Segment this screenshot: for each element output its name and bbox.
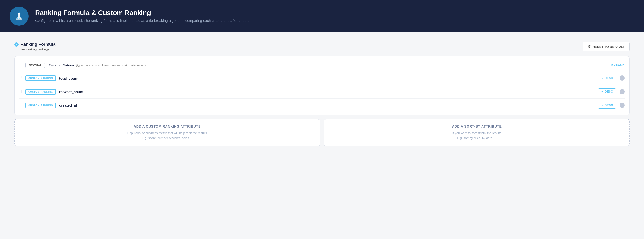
- attribute-label: retweet_count: [59, 90, 594, 94]
- desc-arrow-icon: ▼: [601, 77, 603, 80]
- svg-point-3: [19, 18, 20, 19]
- remove-button[interactable]: −: [620, 103, 625, 108]
- section-title: Ranking Formula: [20, 42, 56, 47]
- section-header: i Ranking Formula (tie-breaking ranking)…: [14, 42, 630, 51]
- custom-ranking-badge: CUSTOM RANKING: [26, 76, 56, 81]
- desc-button[interactable]: ▼ DESC: [598, 102, 616, 109]
- ranking-row: ⠿ CUSTOM RANKING total_count ▼ DESC −: [19, 71, 625, 85]
- ranking-row: ⠿ CUSTOM RANKING created_at ▼ DESC −: [19, 99, 625, 112]
- header-icon-wrapper: [10, 7, 28, 26]
- desc-label: DESC: [605, 104, 613, 107]
- svg-rect-1: [18, 13, 20, 14]
- desc-arrow-icon: ▼: [601, 104, 603, 107]
- page-description: Configure how hits are sorted. The ranki…: [35, 18, 251, 24]
- page-title: Ranking Formula & Custom Ranking: [35, 9, 251, 17]
- remove-button[interactable]: −: [620, 76, 625, 81]
- header-text-block: Ranking Formula & Custom Ranking Configu…: [35, 9, 251, 24]
- add-sort-by-desc: If you want to sort strictly the results…: [328, 131, 626, 141]
- attribute-label: created_at: [59, 103, 594, 107]
- drag-handle-icon[interactable]: ⠿: [19, 103, 22, 108]
- add-custom-ranking-button[interactable]: ADD A CUSTOM RANKING ATTRIBUTE Popularit…: [14, 119, 320, 146]
- add-sort-by-title: ADD A SORT-BY ATTRIBUTE: [328, 124, 626, 128]
- svg-point-5: [18, 12, 19, 13]
- remove-button[interactable]: −: [620, 89, 625, 94]
- custom-ranking-badge: CUSTOM RANKING: [26, 103, 56, 108]
- ranking-row: ⠿ TEXTUAL Ranking Criteria (typo, geo, w…: [19, 59, 625, 71]
- drag-handle-icon[interactable]: ⠿: [19, 63, 22, 68]
- drag-handle-icon[interactable]: ⠿: [19, 90, 22, 94]
- reset-icon: ↺: [588, 45, 591, 49]
- textual-badge: TEXTUAL: [26, 63, 45, 68]
- ranking-card: ⠿ TEXTUAL Ranking Criteria (typo, geo, w…: [14, 56, 630, 115]
- page-header: Ranking Formula & Custom Ranking Configu…: [0, 0, 644, 32]
- desc-label: DESC: [605, 90, 613, 93]
- info-icon: i: [14, 42, 18, 47]
- custom-ranking-badge: CUSTOM RANKING: [26, 89, 56, 95]
- add-custom-ranking-title: ADD A CUSTOM RANKING ATTRIBUTE: [18, 124, 316, 128]
- svg-point-7: [18, 12, 18, 12]
- desc-button[interactable]: ▼ DESC: [598, 88, 616, 95]
- attribute-label: total_count: [59, 76, 594, 80]
- add-sort-by-button[interactable]: ADD A SORT-BY ATTRIBUTE If you want to s…: [324, 119, 630, 146]
- reset-to-default-button[interactable]: ↺ RESET TO DEFAULT: [583, 42, 630, 51]
- drag-handle-icon[interactable]: ⠿: [19, 76, 22, 81]
- svg-point-4: [20, 17, 21, 18]
- flask-icon: [14, 11, 24, 22]
- expand-button[interactable]: EXPAND: [612, 64, 625, 67]
- main-content: i Ranking Formula (tie-breaking ranking)…: [0, 32, 644, 156]
- section-title-block: i Ranking Formula (tie-breaking ranking): [14, 42, 56, 51]
- section-title-row: i Ranking Formula: [14, 42, 56, 47]
- desc-button[interactable]: ▼ DESC: [598, 75, 616, 81]
- section-subtitle: (tie-breaking ranking): [20, 47, 56, 51]
- add-custom-ranking-desc: Popularity or business metric that will …: [18, 131, 316, 141]
- bottom-buttons: ADD A CUSTOM RANKING ATTRIBUTE Popularit…: [14, 119, 630, 146]
- svg-point-2: [17, 17, 18, 19]
- ranking-criteria-sub: (typo, geo, words, filters, proximity, a…: [76, 64, 146, 67]
- ranking-row: ⠿ CUSTOM RANKING retweet_count ▼ DESC −: [19, 85, 625, 99]
- ranking-criteria-label: Ranking Criteria (typo, geo, words, filt…: [48, 63, 146, 67]
- reset-label: RESET TO DEFAULT: [593, 45, 625, 49]
- desc-label: DESC: [605, 76, 613, 80]
- svg-point-6: [20, 12, 20, 12]
- desc-arrow-icon: ▼: [601, 90, 603, 93]
